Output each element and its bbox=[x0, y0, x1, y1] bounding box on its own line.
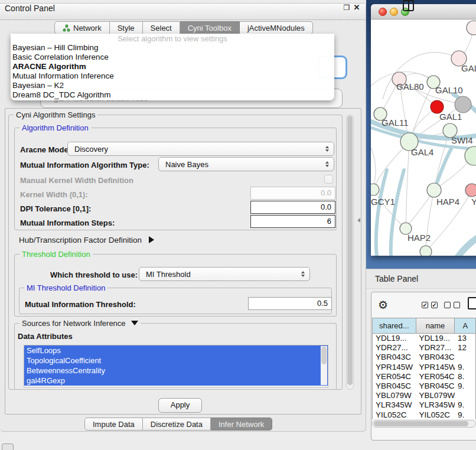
node-y[interactable] bbox=[465, 184, 476, 197]
tab-select[interactable]: Select bbox=[143, 21, 180, 34]
popup-placeholder: Select algorithm to view settings bbox=[11, 34, 334, 43]
cell: YIL052C bbox=[373, 410, 416, 420]
table-row[interactable]: YBL079W YBL079W bbox=[373, 391, 475, 400]
table-row[interactable]: YLR345W YLR345W 9. bbox=[373, 400, 475, 410]
table-row[interactable]: YBR043C YBR043C bbox=[373, 353, 475, 362]
network-graph: GAL GAL80 GAL10 GAL11 GAL1 SWI4 GAL4 GCY… bbox=[371, 19, 476, 256]
close-icon[interactable]: ✕ bbox=[352, 3, 361, 12]
hub-definition-toggle[interactable]: Hub/Transcription Factor Definition bbox=[19, 236, 154, 244]
node-label: Y bbox=[471, 197, 476, 207]
table-horizontal-scrollbar[interactable] bbox=[372, 420, 476, 428]
network-window[interactable]: GAL GAL80 GAL10 GAL11 GAL1 SWI4 GAL4 GCY… bbox=[371, 4, 476, 256]
checked-checkbox-icon[interactable]: ✓ bbox=[422, 302, 428, 308]
node[interactable] bbox=[420, 246, 432, 256]
gear-icon[interactable]: ⚙ bbox=[378, 299, 388, 311]
table-row[interactable]: YDL19... YDL19... 13 bbox=[373, 334, 475, 343]
mi-type-combo[interactable]: Naive Bayes bbox=[158, 157, 334, 171]
kernel-width-label: Kernel Width (0,1): bbox=[20, 190, 88, 199]
list-item[interactable]: BetweennessCentrality bbox=[24, 366, 328, 376]
dpi-tolerance-input[interactable]: 0.0 bbox=[250, 201, 335, 214]
which-threshold-label: Which threshold to use: bbox=[50, 270, 138, 279]
column-header-shared-name[interactable]: shared... bbox=[373, 318, 416, 334]
cell: 9. bbox=[455, 410, 475, 420]
cell: YER054C bbox=[416, 372, 455, 381]
settings-scrollbar[interactable] bbox=[346, 115, 354, 390]
tab-infer-network-label: Infer Network bbox=[219, 420, 264, 429]
columns-icon[interactable] bbox=[403, 0, 414, 11]
popup-item[interactable]: Dream8 DC_TDC Algorithm bbox=[11, 90, 334, 100]
list-item[interactable]: SelfLoops bbox=[24, 345, 328, 356]
node-gcy1[interactable] bbox=[371, 184, 379, 195]
apply-button[interactable]: Apply bbox=[158, 398, 202, 413]
node-table[interactable]: shared... name A YDL19... YDL19... 13 YD… bbox=[372, 318, 476, 419]
list-item[interactable]: gal4RGexp bbox=[24, 376, 328, 386]
popup-item[interactable]: Bayesian – K2 bbox=[11, 81, 334, 90]
cell: YBL079W bbox=[416, 391, 455, 400]
cell: YPR145W bbox=[416, 363, 455, 372]
stepper-icon bbox=[325, 161, 329, 167]
table-row[interactable]: YBR045C YBR045C 9. bbox=[373, 381, 475, 391]
splitter-handle[interactable] bbox=[357, 218, 360, 223]
document-icon[interactable] bbox=[468, 297, 476, 309]
float-panel-icon[interactable]: ❐ bbox=[342, 3, 351, 12]
table-scrollbar-thumb[interactable] bbox=[374, 421, 468, 426]
aracne-mode-value: Discovery bbox=[74, 145, 108, 154]
node-gray[interactable] bbox=[455, 96, 471, 113]
cell: YER054C bbox=[373, 372, 416, 381]
popup-item[interactable]: Bayesian – Hill Climbing bbox=[11, 43, 334, 53]
tab-impute-data[interactable]: Impute Data bbox=[84, 418, 143, 431]
table-row[interactable]: YDR27... YDR27... 12 bbox=[373, 343, 475, 353]
tab-style[interactable]: Style bbox=[110, 21, 143, 34]
kernel-width-input[interactable]: 0.0 bbox=[250, 187, 335, 200]
tab-network[interactable]: Network bbox=[54, 21, 110, 34]
table-row[interactable]: YIL052C YIL052C 9. bbox=[373, 410, 475, 420]
close-window-icon[interactable] bbox=[379, 8, 387, 16]
mi-type-label: Mutual Information Algorithm Type: bbox=[20, 161, 149, 169]
tab-jactivemnodules-label: jActiveMNodules bbox=[247, 24, 305, 32]
unchecked-checkbox-icon[interactable] bbox=[444, 302, 451, 308]
data-attributes-list[interactable]: SelfLoops TopologicalCoefficient Between… bbox=[24, 345, 328, 387]
popup-item[interactable]: Mutual Information Inference bbox=[11, 71, 334, 81]
table-row[interactable]: YER054C YER054C 8. bbox=[373, 372, 475, 381]
aracne-mode-combo[interactable]: Discovery bbox=[67, 142, 334, 156]
mi-threshold-input[interactable]: 0.5 bbox=[248, 297, 332, 310]
cell: YLR345W bbox=[373, 400, 416, 410]
column-header-name[interactable]: name bbox=[416, 318, 455, 334]
popup-item[interactable]: Basic Correlation Inference bbox=[11, 53, 334, 62]
network-canvas[interactable]: GAL GAL80 GAL10 GAL11 GAL1 SWI4 GAL4 GCY… bbox=[371, 19, 476, 256]
cyni-bottom-tabs: Impute Data Discretize Data Infer Networ… bbox=[84, 418, 272, 431]
node-label: HAP4 bbox=[436, 197, 459, 207]
tab-discretize-data[interactable]: Discretize Data bbox=[143, 418, 211, 431]
tab-jactivemnodules[interactable]: jActiveMNodules bbox=[240, 21, 313, 34]
stepper-icon bbox=[325, 146, 329, 152]
collapse-arrow-icon[interactable] bbox=[131, 321, 138, 325]
restore-panel-button[interactable] bbox=[2, 444, 14, 450]
popup-item-selected[interactable]: ARACNE Algorithm bbox=[11, 62, 334, 71]
checked-checkbox-icon[interactable]: ✓ bbox=[431, 302, 438, 308]
manual-kernel-checkbox[interactable] bbox=[324, 175, 333, 184]
column-header-clipped[interactable]: A bbox=[455, 318, 475, 334]
node-label: GAL1 bbox=[439, 112, 462, 122]
network-icon bbox=[63, 24, 70, 32]
list-scrollbar[interactable] bbox=[321, 346, 327, 385]
node-label: GCY1 bbox=[371, 197, 395, 207]
tab-infer-network[interactable]: Infer Network bbox=[211, 418, 272, 431]
cell: 8. bbox=[455, 372, 475, 381]
cell bbox=[455, 391, 475, 400]
unchecked-checkbox-icon[interactable] bbox=[454, 302, 460, 308]
which-threshold-combo[interactable]: MI Threshold bbox=[139, 267, 310, 281]
node-hap4[interactable] bbox=[427, 183, 441, 197]
tab-cyni-toolbox[interactable]: Cyni Toolbox bbox=[180, 21, 240, 34]
mi-steps-input[interactable]: 6 bbox=[250, 215, 335, 228]
list-item[interactable]: TopologicalCoefficient bbox=[24, 356, 328, 366]
algorithm-dropdown-popup: Select algorithm to view settings Bayesi… bbox=[11, 34, 334, 100]
application-root: Control Panel ❐ ✕ Network Style Select C… bbox=[0, 0, 476, 450]
node[interactable] bbox=[467, 21, 476, 35]
list-scrollbar-thumb[interactable] bbox=[321, 347, 327, 364]
settings-scrollbar-thumb[interactable] bbox=[347, 116, 353, 385]
table-row[interactable]: YPR145W YPR145W 9. bbox=[373, 363, 475, 372]
which-threshold-value: MI Threshold bbox=[146, 270, 191, 279]
algorithm-definition-title: Algorithm Definition bbox=[19, 123, 91, 132]
mi-threshold-label: Mutual Information Threshold: bbox=[25, 300, 136, 309]
minimize-window-icon[interactable] bbox=[390, 8, 398, 16]
